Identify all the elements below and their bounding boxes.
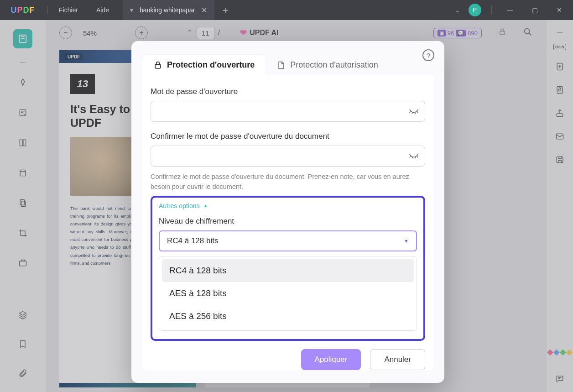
svg-rect-14	[557, 114, 563, 117]
encryption-options-highlight: Autres options ▲ Niveau de chiffrement R…	[151, 196, 425, 341]
svg-rect-5	[20, 200, 24, 205]
encryption-selected-value: RC4 à 128 bits	[167, 236, 218, 246]
confirm-password-input[interactable]	[151, 146, 425, 167]
encryption-option[interactable]: AES à 256 bits	[162, 305, 414, 328]
eye-icon[interactable]	[409, 151, 419, 162]
share-icon[interactable]	[555, 109, 564, 120]
dropdown-icon[interactable]: ⌄	[455, 6, 460, 14]
svg-rect-2	[20, 140, 22, 146]
more-options-toggle[interactable]: Autres options ▲	[159, 202, 417, 209]
bookmark-tool[interactable]	[13, 335, 32, 354]
screenshot-tool[interactable]	[13, 254, 32, 273]
confirm-password-label: Confirmer le mot de passe d'ouverture du…	[151, 132, 425, 141]
stat-a-icon: ▣	[438, 30, 446, 37]
zoom-out-button[interactable]: −	[59, 26, 72, 39]
protect-icon[interactable]	[555, 85, 564, 97]
search-icon[interactable]	[523, 27, 533, 39]
page-navigation: ⌃ 11 /	[186, 27, 220, 39]
page-number-box: 13	[70, 74, 95, 94]
convert-icon[interactable]	[555, 62, 564, 73]
svg-rect-15	[557, 134, 563, 139]
annotate-tool[interactable]	[13, 103, 32, 122]
maximize-button[interactable]: ▢	[526, 6, 543, 14]
more-options-label: Autres options	[159, 202, 200, 209]
password-input[interactable]	[151, 101, 425, 122]
svg-rect-9	[500, 31, 505, 35]
add-tab-button[interactable]: ＋	[221, 4, 230, 16]
password-helper: Confirmez le mot de passe d'ouverture du…	[151, 172, 425, 192]
tab-chevron-icon: ▾	[130, 6, 133, 14]
page-footer-bar	[59, 383, 196, 387]
app-logo: UPDF	[0, 5, 46, 15]
form-tool[interactable]	[13, 163, 32, 183]
right-toolbar: — OCR ◆◆◆◆	[547, 20, 573, 392]
password-label: Mot de passe d'ouverture	[151, 87, 425, 96]
save-icon[interactable]	[555, 155, 564, 167]
zoom-in-button[interactable]: +	[135, 26, 148, 39]
encryption-dropdown: RC4 à 128 bits AES à 128 bits AES à 256 …	[159, 256, 417, 331]
modal-tabs: Protection d'ouverture Protection d'auto…	[142, 55, 433, 75]
encryption-option[interactable]: RC4 à 128 bits	[162, 259, 414, 282]
minimize-button[interactable]: ―	[502, 6, 518, 14]
stats-chip[interactable]: ▣ 96 💬 890	[433, 28, 482, 38]
comment-icon[interactable]	[555, 374, 564, 386]
tab-perm-label: Protection d'autorisation	[290, 60, 378, 70]
stat-b-icon: 💬	[456, 30, 466, 37]
mini-logo: UPDF	[65, 53, 83, 60]
collapse-icon[interactable]: —	[557, 29, 563, 32]
svg-rect-7	[20, 261, 26, 266]
cancel-button[interactable]: Annuler	[370, 349, 425, 370]
menu-file[interactable]: Fichier	[50, 6, 87, 14]
svg-rect-17	[155, 64, 161, 68]
divider	[47, 6, 48, 14]
lock-icon[interactable]	[498, 28, 506, 38]
apply-button[interactable]: Appliquer	[301, 349, 361, 370]
svg-rect-16	[557, 157, 563, 162]
close-icon[interactable]: ✕	[201, 6, 207, 15]
encryption-level-label: Niveau de chiffrement	[159, 217, 417, 226]
crop-tool[interactable]	[13, 224, 32, 243]
svg-rect-4	[20, 170, 26, 176]
collapse-icon[interactable]: —	[20, 59, 26, 62]
page-sep: /	[218, 29, 220, 37]
user-avatar[interactable]: E	[469, 4, 481, 16]
menu-help[interactable]: Aide	[87, 6, 118, 14]
page-tool[interactable]	[13, 133, 32, 152]
triangle-down-icon: ▼	[404, 238, 409, 244]
stat-a: 96	[448, 30, 454, 37]
help-icon[interactable]: ?	[422, 49, 434, 61]
highlight-tool[interactable]	[13, 73, 32, 92]
ocr-button[interactable]: OCR	[553, 44, 566, 50]
tab-open-label: Protection d'ouverture	[167, 60, 255, 70]
svg-rect-3	[23, 140, 26, 146]
svg-point-10	[525, 28, 530, 33]
document-tab[interactable]: ▾ banking whitepapar ✕	[123, 0, 214, 20]
divider	[491, 6, 492, 14]
encryption-option[interactable]: AES à 128 bits	[162, 282, 414, 305]
page-up-icon[interactable]: ⌃	[186, 28, 193, 38]
svg-rect-8	[21, 260, 25, 261]
attachment-tool[interactable]	[13, 364, 32, 383]
triangle-up-icon: ▲	[203, 203, 208, 208]
tab-permission-protection[interactable]: Protection d'autorisation	[266, 55, 389, 75]
modal-actions: Appliquer Annuler	[151, 349, 425, 370]
svg-rect-6	[21, 201, 26, 207]
tab-title: banking whitepapar	[140, 6, 195, 14]
ai-assistant-icon[interactable]: ◆◆◆◆	[547, 347, 573, 357]
tab-open-protection[interactable]: Protection d'ouverture	[142, 55, 266, 75]
mail-icon[interactable]	[555, 132, 564, 143]
updf-ai-label[interactable]: ❤ UPDF AI	[240, 28, 278, 38]
eye-icon[interactable]	[409, 106, 419, 117]
copy-tool[interactable]	[13, 193, 32, 213]
ai-text: UPDF AI	[250, 29, 278, 37]
svg-rect-13	[559, 89, 561, 91]
encryption-select[interactable]: RC4 à 128 bits ▼	[159, 230, 417, 251]
close-button[interactable]: ✕	[551, 6, 568, 14]
page-current[interactable]: 11	[197, 27, 214, 39]
zoom-percentage[interactable]: 54%	[83, 29, 97, 37]
stat-b: 890	[468, 30, 478, 37]
reader-tool[interactable]	[13, 29, 32, 48]
avatar-initial: E	[473, 6, 477, 14]
layers-tool[interactable]	[13, 305, 32, 324]
heart-icon: ❤	[240, 28, 247, 38]
